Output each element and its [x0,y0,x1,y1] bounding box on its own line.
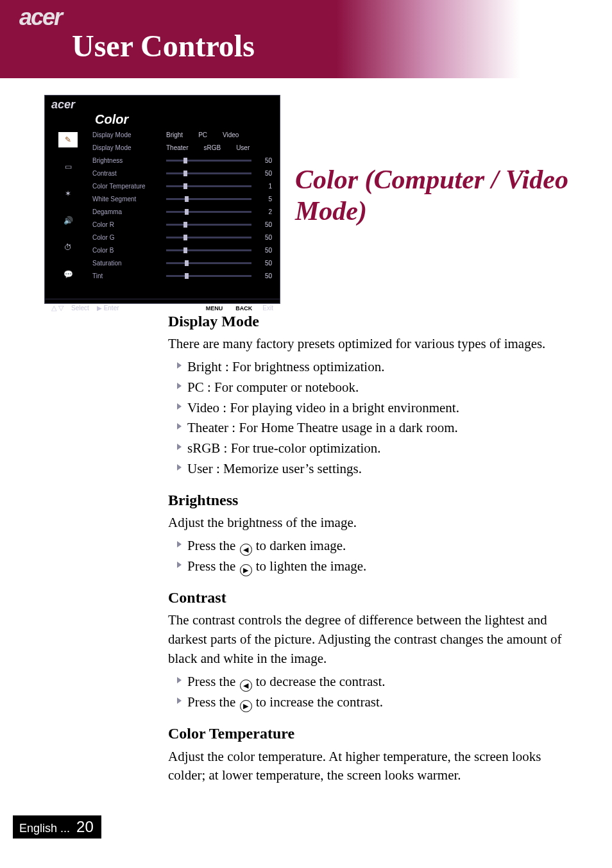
osd-slider-thumb [183,183,187,189]
osd-slider-track [166,275,251,277]
osd-slider-value: 50 [258,170,272,177]
osd-slider: 50 [166,234,272,241]
body-content: Display Mode There are many factory pres… [168,310,566,789]
heading-display-mode: Display Mode [168,310,566,332]
osd-slider-value: 1 [258,183,272,190]
paragraph: There are many factory presets optimized… [168,335,566,354]
osd-slider-label: Color Temperature [92,183,166,190]
page-title: User Controls [72,28,255,63]
osd-slider-track [166,249,251,251]
osd-slider-label: Brightness [92,157,166,164]
osd-option: Video [223,131,239,138]
osd-select-label: Select [71,305,89,312]
osd-slider-row: Color G50 [92,231,272,244]
osd-slider-track [166,262,251,264]
osd-slider-value: 50 [258,221,272,228]
osd-title: Color [95,112,280,127]
list-item: PC : For computer or notebook. [177,378,566,397]
heading-contrast: Contrast [168,587,566,608]
osd-slider-row: Color R50 [92,218,272,231]
osd-side-icons: ✎ ▭ ✶ 🔊 ⏱ 💬 [45,127,91,299]
list-item: sRGB : For true-color optimization. [177,439,566,458]
right-icon: ▶ [97,305,102,312]
osd-slider: 50 [166,221,272,228]
list-item: Press the ◀ to decrease the contrast. [177,672,566,692]
osd-slider-thumb [185,260,189,266]
osd-slider-track [166,198,251,200]
osd-slider-value: 50 [258,247,272,254]
osd-main: Display Mode Bright PC Video Display Mod… [91,127,280,299]
list-item: Press the ▶ to increase the contrast. [177,693,566,712]
osd-slider-value: 50 [258,272,272,280]
osd-brand: acer [51,98,75,111]
osd-slider-row: Contrast50 [92,167,272,179]
osd-slider-row: Saturation50 [92,256,272,269]
osd-screenshot: acer Color ✎ ▭ ✶ 🔊 ⏱ 💬 Display Mode Brig… [44,95,280,304]
osd-slider: 5 [166,196,272,203]
osd-slider-row: Degamma2 [92,205,272,218]
osd-slider: 50 [166,247,272,254]
osd-slider-track [166,185,251,187]
header-banner: acer User Controls [0,0,612,78]
osd-slider-track [166,211,251,213]
list-item: Press the ▶ to lighten the image. [177,557,566,576]
osd-label: Display Mode [92,131,166,138]
osd-slider-thumb [183,235,187,240]
osd-enter-label: Enter [104,305,119,312]
timer-icon: ⏱ [58,240,78,255]
paragraph: Adjust the color temperature. At higher … [168,747,566,786]
list-item: Video : For playing video in a bright en… [177,399,566,418]
right-arrow-icon: ▶ [240,564,252,576]
osd-slider-row: Color B50 [92,244,272,256]
osd-slider: 50 [166,170,272,177]
left-arrow-icon: ◀ [240,544,252,556]
osd-option: Bright [166,131,183,138]
osd-slider-value: 50 [258,260,272,267]
osd-slider-label: Color B [92,247,166,254]
image-icon: ▭ [58,159,78,174]
brand-logo: acer [19,4,62,31]
osd-slider-row: Color Temperature1 [92,179,272,192]
list-item: Bright : For brightness optimization. [177,358,566,377]
sound-icon: 🔊 [58,213,78,228]
osd-slider-label: White Segment [92,196,166,203]
osd-slider-value: 50 [258,157,272,164]
lang-icon: 💬 [58,267,78,282]
heading-brightness: Brightness [168,489,566,511]
osd-slider-label: Degamma [92,208,166,215]
osd-slider-track [166,237,251,238]
brush-icon: ✎ [58,132,78,147]
osd-slider-thumb [183,247,187,253]
right-arrow-icon: ▶ [240,700,252,712]
brightness-list: Press the ◀ to darken image. Press the ▶… [168,537,566,577]
list-item: Theater : For Home Theatre usage in a da… [177,419,566,438]
osd-slider: 2 [166,208,272,215]
osd-label: Display Mode [92,144,166,151]
osd-slider-thumb [183,171,187,176]
osd-slider-value: 5 [258,196,272,203]
osd-slider-row: White Segment5 [92,192,272,205]
osd-option: Theater [166,144,188,151]
osd-slider-thumb [183,158,187,163]
osd-slider-label: Contrast [92,170,166,177]
osd-option: PC [198,131,207,138]
osd-slider-label: Color R [92,221,166,228]
osd-slider: 50 [166,157,272,164]
osd-option: User [236,144,250,151]
footer-language: English ... [19,822,70,835]
left-arrow-icon: ◀ [240,680,252,692]
osd-slider-row: Brightness50 [92,154,272,167]
paragraph: Adjust the brightness of the image. [168,513,566,533]
osd-slider: 50 [166,272,272,280]
section-title: Color (Computer / Video Mode) [295,164,571,226]
gear-icon: ✶ [58,186,78,201]
osd-slider: 1 [166,183,272,190]
display-mode-list: Bright : For brightness optimization. PC… [168,358,566,479]
osd-slider-track [166,160,251,162]
osd-slider-label: Color G [92,234,166,241]
osd-slider-label: Tint [92,272,166,280]
osd-slider-thumb [183,222,187,228]
page-number: 20 [76,818,94,836]
osd-slider-label: Saturation [92,260,166,267]
paragraph: The contrast controls the degree of diff… [168,611,566,668]
